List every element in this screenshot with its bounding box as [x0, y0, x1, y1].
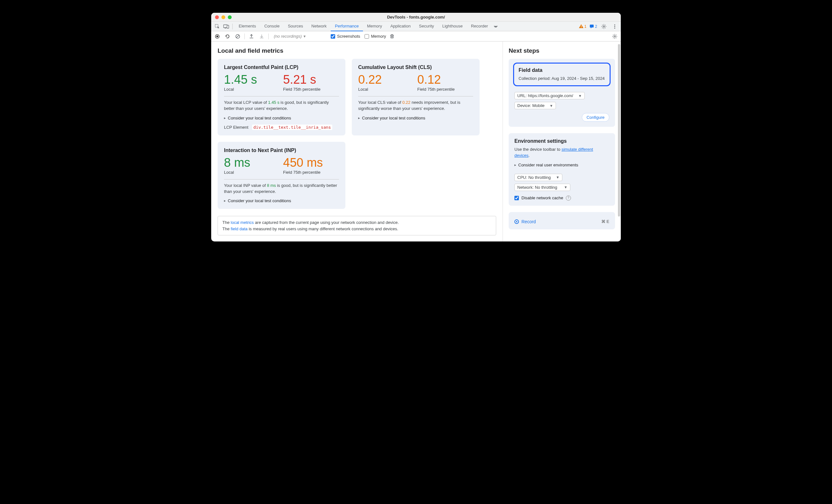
disable-cache-checkbox[interactable]: Disable network cache ?	[514, 195, 609, 201]
inspect-element-icon[interactable]	[213, 22, 222, 31]
svg-rect-5	[581, 27, 581, 28]
cls-local-value: 0.22	[358, 74, 414, 86]
svg-point-31	[614, 35, 616, 37]
clear-button[interactable]	[234, 32, 242, 41]
screenshots-checkbox[interactable]: Screenshots	[331, 34, 360, 38]
cls-local-label: Local	[358, 87, 414, 92]
field-collection-period: Collection period: Aug 19, 2024 - Sep 15…	[519, 76, 605, 81]
tab-network[interactable]: Network	[307, 22, 331, 31]
separator	[232, 24, 233, 29]
env-para: Use the device toolbar to simulate diffe…	[514, 147, 609, 159]
lcp-element-selector[interactable]: div.tile__text.tile__inria_sans	[252, 125, 332, 130]
upload-profile-button[interactable]	[247, 32, 256, 41]
record-label: Record	[521, 219, 536, 224]
lcp-disclosure[interactable]: Consider your local test conditions	[224, 116, 339, 121]
inp-disclosure[interactable]: Consider your local test conditions	[224, 198, 339, 203]
memory-checkbox[interactable]: Memory	[365, 34, 386, 38]
env-title: Environment settings	[514, 138, 609, 144]
field-data-card: Field data Collection period: Aug 19, 20…	[509, 59, 615, 127]
memory-label: Memory	[371, 34, 386, 38]
cls-field-label: Field 75th percentile	[417, 87, 473, 92]
panel-tabs-row: Elements Console Sources Network Perform…	[211, 22, 621, 31]
tab-recorder[interactable]: Recorder	[467, 22, 492, 31]
cls-disclosure[interactable]: Consider your local test conditions	[358, 116, 473, 121]
divider	[224, 179, 339, 180]
more-options-icon[interactable]	[610, 22, 619, 31]
svg-rect-6	[590, 25, 594, 27]
tab-sources[interactable]: Sources	[284, 22, 307, 31]
field-data-link[interactable]: field data	[231, 227, 248, 231]
tab-elements[interactable]: Elements	[235, 22, 260, 31]
svg-line-38	[613, 37, 614, 38]
svg-line-13	[605, 27, 606, 28]
close-window-button[interactable]	[215, 15, 219, 19]
help-icon[interactable]: ?	[566, 195, 571, 201]
warnings-badge[interactable]: 1	[579, 24, 587, 29]
inp-local-label: Local	[224, 170, 280, 175]
inp-card: Interaction to Next Paint (INP) 8 ms Loc…	[217, 142, 345, 209]
svg-line-12	[602, 25, 603, 25]
tab-performance[interactable]: Performance	[331, 22, 363, 31]
tab-security[interactable]: Security	[415, 22, 438, 31]
tab-memory[interactable]: Memory	[363, 22, 386, 31]
minimize-window-button[interactable]	[222, 15, 225, 19]
lcp-local-label: Local	[224, 87, 280, 92]
messages-badge[interactable]: 2	[590, 24, 597, 29]
disable-cache-label: Disable network cache	[521, 195, 563, 200]
separator	[268, 33, 269, 39]
local-metrics-link[interactable]: local metrics	[231, 220, 254, 225]
screenshots-checkbox-input[interactable]	[331, 34, 335, 38]
url-select[interactable]: URL: https://fonts.google.com/ ▼	[514, 92, 585, 99]
svg-rect-2	[225, 28, 226, 28]
cpu-throttling-select[interactable]: CPU: No throttling ▼	[514, 174, 562, 181]
lcp-element-label: LCP Element	[224, 125, 248, 130]
record-link[interactable]: Record	[514, 219, 536, 224]
lcp-element-row: LCP Element div.tile__text.tile__inria_s…	[224, 125, 339, 130]
divider	[224, 96, 339, 97]
tab-console[interactable]: Console	[260, 22, 284, 31]
tab-lighthouse[interactable]: Lighthouse	[438, 22, 467, 31]
scrollbar[interactable]	[618, 44, 620, 216]
separator	[244, 33, 245, 39]
svg-point-16	[614, 24, 615, 25]
disable-cache-input[interactable]	[514, 196, 519, 200]
device-toolbar-icon[interactable]	[222, 22, 230, 31]
garbage-collect-icon[interactable]	[388, 32, 396, 41]
configure-button[interactable]: Configure	[582, 113, 609, 122]
panel-tabs: Elements Console Sources Network Perform…	[235, 22, 500, 31]
window-title: DevTools - fonts.google.com/	[211, 15, 621, 20]
recordings-dropdown[interactable]: (no recordings) ▾	[271, 33, 329, 40]
env-disclosure[interactable]: Consider real user environments	[514, 163, 609, 167]
record-button[interactable]	[213, 32, 222, 41]
cls-summary: Your local CLS value of 0.22 needs impro…	[358, 100, 473, 112]
inp-local-value: 8 ms	[224, 157, 280, 169]
lcp-field-value: 5.21 s	[283, 74, 339, 86]
more-tabs-icon[interactable]	[492, 22, 500, 31]
tab-application[interactable]: Application	[386, 22, 415, 31]
record-icon	[514, 219, 519, 224]
download-profile-button[interactable]	[258, 32, 266, 41]
main-content: Local and field metrics Largest Contentf…	[211, 42, 502, 241]
inp-title: Interaction to Next Paint (INP)	[224, 148, 339, 153]
settings-icon[interactable]	[600, 22, 608, 31]
recordings-placeholder: (no recordings)	[274, 34, 302, 38]
device-select[interactable]: Device: Mobile ▼	[514, 102, 556, 109]
lcp-card: Largest Contentful Paint (LCP) 1.45 s Lo…	[217, 59, 345, 135]
side-panel: Next steps Field data Collection period:…	[502, 42, 621, 241]
inp-summary: Your local INP value of 8 ms is good, bu…	[224, 183, 339, 195]
memory-checkbox-input[interactable]	[365, 34, 369, 38]
lcp-summary: Your local LCP value of 1.45 s is good, …	[224, 100, 339, 112]
reload-record-button[interactable]	[223, 32, 232, 41]
svg-point-20	[216, 35, 218, 37]
field-data-title: Field data	[519, 68, 605, 73]
messages-count: 2	[595, 24, 597, 29]
caret-down-icon: ▼	[564, 185, 568, 189]
maximize-window-button[interactable]	[228, 15, 232, 19]
lcp-field-label: Field 75th percentile	[283, 87, 339, 92]
highlight-ring: Field data Collection period: Aug 19, 20…	[513, 62, 610, 86]
panel-settings-icon[interactable]	[610, 32, 619, 41]
cls-card: Cumulative Layout Shift (CLS) 0.22 Local…	[352, 59, 479, 135]
inp-field-label: Field 75th percentile	[283, 170, 339, 175]
device-select-label: Device: Mobile	[517, 103, 544, 108]
network-throttling-select[interactable]: Network: No throttling ▼	[514, 184, 570, 191]
